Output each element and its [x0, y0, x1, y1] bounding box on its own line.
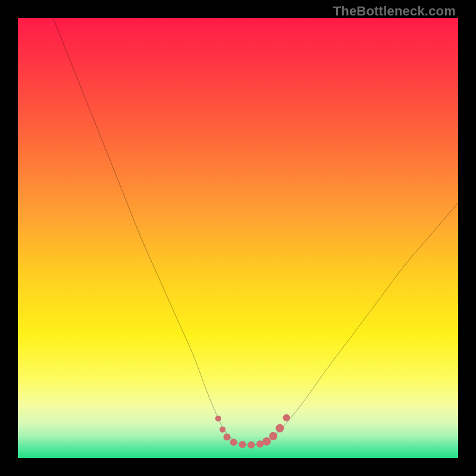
chart-frame: TheBottleneck.com	[0, 0, 476, 476]
highlight-dot	[220, 427, 226, 433]
highlight-dot	[262, 437, 271, 446]
highlight-dot	[215, 415, 221, 421]
highlight-markers	[215, 414, 290, 449]
chart-curve-layer	[18, 18, 458, 458]
highlight-dot	[283, 414, 290, 421]
highlight-dot	[275, 424, 284, 433]
highlight-dot	[223, 433, 230, 440]
highlight-dot	[248, 441, 255, 449]
watermark-text: TheBottleneck.com	[333, 4, 456, 19]
highlight-dot	[239, 441, 246, 448]
bottleneck-curve	[53, 18, 458, 445]
plot-area	[18, 18, 458, 458]
highlight-dot	[269, 432, 277, 440]
highlight-dot	[230, 439, 237, 446]
